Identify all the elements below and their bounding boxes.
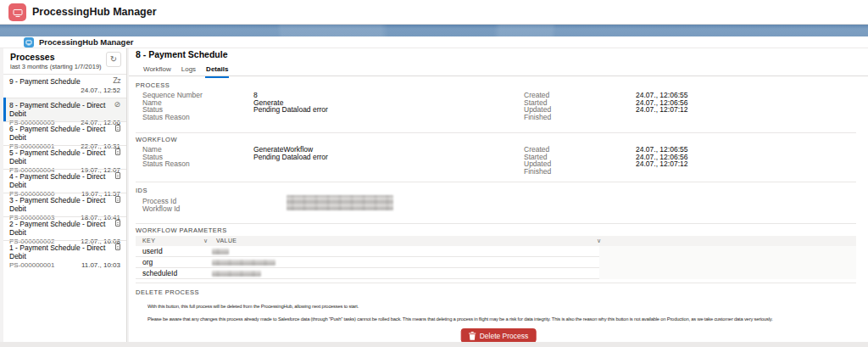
salesforce-banner bbox=[0, 25, 868, 36]
section-divider bbox=[136, 223, 856, 224]
document-icon bbox=[115, 125, 120, 132]
field-value bbox=[253, 160, 507, 168]
params-table-header: KEY VALUE bbox=[136, 236, 856, 246]
window-title: ProcessingHub Manager bbox=[32, 0, 157, 25]
item-title: 9 - Payment Schedule bbox=[9, 77, 81, 86]
field-value: Pending Dataload error bbox=[253, 106, 507, 114]
process-list: 9 - Payment Schedule24.07., 12:528 - Pay… bbox=[3, 74, 126, 264]
process-list-item[interactable]: 1 - Payment Schedule - Direct DebitPS-00… bbox=[3, 240, 126, 264]
redacted-value bbox=[212, 260, 275, 266]
item-title-row: 4 - Payment Schedule - Direct Debit bbox=[9, 172, 120, 189]
section-divider bbox=[136, 132, 856, 133]
section-heading-workflow-parameters: WORKFLOW PARAMETERS bbox=[136, 227, 227, 234]
global-header: ProcessingHub Manager bbox=[0, 0, 868, 25]
delete-process-button[interactable]: Delete Process bbox=[461, 328, 537, 343]
item-title-row: 9 - Payment Schedule bbox=[9, 77, 120, 86]
document-icon bbox=[115, 148, 120, 155]
trash-icon bbox=[469, 332, 476, 340]
item-meta-row: 24.07., 12:52 bbox=[9, 87, 120, 95]
process-list-item[interactable]: 9 - Payment Schedule24.07., 12:52 bbox=[3, 74, 126, 98]
tab-divider bbox=[129, 76, 868, 76]
column-header-key[interactable]: KEY bbox=[142, 236, 155, 246]
item-meta-row: PS-00000000111.07., 10:03 bbox=[9, 261, 120, 270]
section-heading-workflow: WORKFLOW bbox=[136, 136, 177, 143]
item-ref: PS-000000001 bbox=[9, 261, 54, 270]
item-title: 6 - Payment Schedule - Direct Debit bbox=[9, 125, 112, 142]
section-heading-process: PROCESS bbox=[136, 81, 170, 89]
field-label: Finished bbox=[524, 168, 636, 176]
field-value: 24.07., 12:07:12 bbox=[636, 106, 854, 114]
workflow-fields-right: Created24.07., 12:06:55Started24.07., 12… bbox=[524, 146, 854, 175]
item-title-row: 6 - Payment Schedule - Direct Debit bbox=[9, 125, 120, 142]
item-datetime: 11.07., 10:03 bbox=[81, 261, 120, 270]
item-title: 5 - Payment Schedule - Direct Debit bbox=[9, 148, 112, 165]
redacted-value bbox=[212, 271, 261, 277]
param-row[interactable]: scheduleId bbox=[136, 268, 599, 279]
process-list-item[interactable]: 3 - Payment Schedule - Direct DebitPS-00… bbox=[3, 193, 126, 216]
field-value: Pending Dataload error bbox=[253, 154, 507, 161]
field-label: Status Reason bbox=[142, 160, 253, 168]
item-datetime: 24.07., 12:52 bbox=[81, 87, 120, 95]
sidebar-subtitle: last 3 months (starting 1/7/2019) bbox=[10, 63, 120, 70]
item-title-row: 8 - Payment Schedule - Direct Debit bbox=[9, 101, 120, 118]
processinghub-app-icon bbox=[8, 3, 26, 21]
params-table-body: userIdorgscheduleId bbox=[136, 246, 599, 279]
app-bar: ProcessingHub Manager bbox=[0, 36, 868, 48]
item-title: 3 - Payment Schedule - Direct Debit bbox=[9, 196, 112, 213]
footer-strip bbox=[0, 342, 868, 347]
document-icon bbox=[115, 196, 120, 203]
redacted-value bbox=[212, 249, 229, 255]
detail-panel: 8 - Payment Schedule WorkflowLogsDetails… bbox=[129, 48, 868, 342]
app-bar-title: ProcessingHub Manager bbox=[39, 36, 133, 48]
processinghub-manager-app: { "window": { "title": "ProcessingHub Ma… bbox=[0, 0, 868, 347]
chevron-down-icon[interactable] bbox=[597, 236, 601, 246]
field-value: 8 bbox=[253, 92, 507, 99]
sidebar-title: Processes bbox=[10, 52, 120, 62]
param-row[interactable]: userId bbox=[136, 246, 599, 257]
item-title-row: 2 - Payment Schedule - Direct Debit bbox=[9, 220, 120, 237]
item-title: 2 - Payment Schedule - Direct Debit bbox=[9, 220, 112, 237]
section-heading-delete-process: DELETE PROCESS bbox=[136, 288, 199, 296]
process-list-item[interactable]: 2 - Payment Schedule - Direct DebitPS-00… bbox=[3, 216, 126, 240]
column-header-value[interactable]: VALUE bbox=[216, 236, 236, 246]
app-bar-icon bbox=[24, 37, 34, 48]
delete-info-line1: With this button, this full process will… bbox=[147, 304, 861, 309]
process-list-item[interactable]: 5 - Payment Schedule - Direct DebitPS-00… bbox=[3, 145, 126, 169]
param-row[interactable]: org bbox=[136, 257, 599, 268]
monitor-icon bbox=[26, 40, 32, 44]
delete-button-label: Delete Process bbox=[480, 332, 529, 340]
param-key: org bbox=[142, 257, 153, 267]
process-sidebar: Processes last 3 months (starting 1/7/20… bbox=[3, 48, 127, 342]
ban-icon bbox=[114, 101, 120, 109]
redacted-ids-value bbox=[287, 195, 393, 210]
section-divider bbox=[136, 182, 856, 182]
process-fields-left: Sequence Number8NameGenerateStatusPendin… bbox=[142, 92, 507, 120]
chevron-down-icon[interactable] bbox=[203, 236, 208, 246]
process-list-item[interactable]: 8 - Payment Schedule - Direct DebitPS-00… bbox=[3, 98, 126, 121]
param-key: userId bbox=[142, 246, 163, 256]
field-value: 24.07., 12:07:12 bbox=[636, 160, 854, 168]
process-fields-right: Created24.07., 12:06:55Started24.07., 12… bbox=[524, 92, 854, 120]
workflow-fields-left: NameGenerateWorkflowStatusPending Datalo… bbox=[142, 146, 507, 168]
section-divider bbox=[136, 283, 856, 283]
item-title-row: 3 - Payment Schedule - Direct Debit bbox=[9, 196, 120, 213]
document-icon bbox=[115, 220, 120, 227]
snooze-icon bbox=[113, 77, 120, 85]
field-label: Finished bbox=[524, 114, 636, 121]
page-title: 8 - Payment Schedule bbox=[136, 49, 228, 59]
item-title-row: 1 - Payment Schedule - Direct Debit bbox=[9, 243, 120, 260]
item-title: 1 - Payment Schedule - Direct Debit bbox=[9, 243, 112, 260]
refresh-button[interactable] bbox=[106, 52, 121, 67]
document-icon bbox=[115, 172, 120, 179]
sidebar-header: Processes last 3 months (starting 1/7/20… bbox=[3, 48, 126, 74]
section-heading-ids: IDS bbox=[136, 187, 147, 194]
param-key: scheduleId bbox=[142, 268, 177, 278]
process-list-item[interactable]: 4 - Payment Schedule - Direct DebitPS-00… bbox=[3, 169, 126, 193]
delete-warning-line2: Please be aware that any changes this pr… bbox=[147, 316, 861, 322]
item-title: 4 - Payment Schedule - Direct Debit bbox=[9, 172, 112, 189]
field-value bbox=[636, 114, 854, 121]
field-label: Workflow Id bbox=[142, 205, 253, 213]
field-label: Status Reason bbox=[142, 114, 253, 121]
process-list-item[interactable]: 6 - Payment Schedule - Direct DebitPS-00… bbox=[3, 121, 126, 145]
field-value bbox=[253, 114, 507, 121]
